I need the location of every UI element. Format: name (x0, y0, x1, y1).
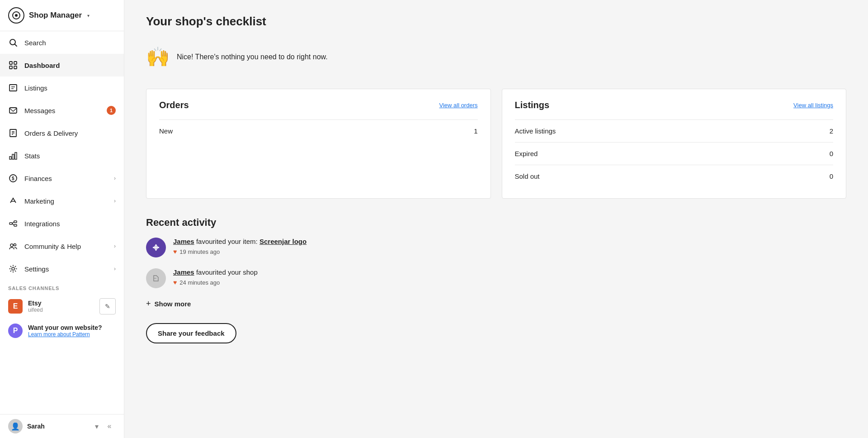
james-avatar-2 (146, 268, 166, 288)
checklist-empty-state: 🙌 Nice! There's nothing you need to do r… (146, 41, 846, 72)
stats-label: Stats (24, 152, 116, 160)
orders-card-title: Orders (159, 100, 189, 110)
svg-rect-7 (14, 66, 17, 69)
svg-point-29 (12, 267, 14, 270)
orders-icon (8, 128, 18, 138)
shop-manager-title: Shop Manager (29, 11, 82, 20)
settings-icon (8, 264, 18, 274)
show-more-label: Show more (155, 300, 191, 308)
header-chevron-icon: ▾ (87, 13, 90, 18)
etsy-channel-item[interactable]: E Etsy uifeed ✎ (0, 294, 124, 319)
show-more-button[interactable]: + Show more (146, 299, 846, 309)
listings-card-header: Listings View all listings (515, 100, 834, 110)
sidebar-item-integrations[interactable]: Integrations (0, 212, 124, 235)
shop-manager-icon (8, 7, 24, 24)
pattern-channel-item[interactable]: P Want your own website? Learn more abou… (0, 319, 124, 343)
user-footer[interactable]: 👤 Sarah ▾ « (0, 414, 124, 438)
activity-user-link-2[interactable]: James (173, 268, 194, 276)
sidebar-item-listings[interactable]: Listings (0, 76, 124, 99)
shop-manager-header[interactable]: Shop Manager ▾ (0, 0, 124, 31)
settings-chevron-icon: › (114, 266, 116, 272)
activity-text-1: James favourited your item: Screenjar lo… (173, 238, 846, 245)
activity-time-1: ♥ 19 minutes ago (173, 248, 846, 255)
expired-listings-row[interactable]: Expired 0 (515, 142, 834, 165)
sidebar-item-marketing[interactable]: Marketing › (0, 190, 124, 212)
orders-new-label: New (159, 127, 173, 135)
svg-rect-5 (14, 62, 17, 64)
view-all-listings-link[interactable]: View all listings (793, 102, 833, 109)
activity-content-2: James favourited your shop ♥ 24 minutes … (173, 268, 846, 286)
settings-label: Settings (24, 265, 108, 273)
user-name: Sarah (27, 423, 90, 430)
sales-channels-header: SALES CHANNELS (0, 280, 124, 294)
listings-card: Listings View all listings Active listin… (502, 89, 847, 199)
orders-new-value: 1 (474, 127, 477, 135)
svg-point-1 (15, 14, 18, 17)
sidebar-collapse-button[interactable]: « (103, 420, 116, 433)
sold-out-row[interactable]: Sold out 0 (515, 165, 834, 187)
svg-rect-24 (14, 224, 17, 226)
etsy-channel-icon: E (8, 299, 23, 314)
etsy-channel-sub: uifeed (28, 307, 94, 313)
james-avatar-1 (146, 238, 166, 257)
svg-line-26 (12, 224, 14, 225)
expired-listings-label: Expired (515, 150, 538, 157)
orders-label: Orders & Delivery (24, 129, 116, 137)
integrations-icon (8, 219, 18, 229)
dashboard-label: Dashboard (24, 62, 116, 69)
sidebar-item-dashboard[interactable]: Dashboard (0, 54, 124, 76)
svg-rect-4 (9, 62, 12, 64)
svg-line-3 (15, 44, 17, 47)
marketing-chevron-icon: › (114, 198, 116, 204)
share-feedback-button[interactable]: Share your feedback (146, 323, 236, 343)
activity-item-link-1[interactable]: Screenjar logo (259, 238, 307, 245)
cards-row: Orders View all orders New 1 Listings Vi… (146, 89, 846, 199)
sidebar-item-settings[interactable]: Settings › (0, 257, 124, 280)
finances-icon: $ (8, 173, 18, 183)
stats-icon (8, 151, 18, 161)
orders-new-row[interactable]: New 1 (159, 119, 478, 142)
view-all-orders-link[interactable]: View all orders (439, 102, 477, 109)
svg-rect-11 (9, 108, 17, 113)
pattern-channel-name: Want your own website? (28, 324, 116, 331)
svg-rect-17 (12, 154, 14, 159)
pattern-channel-icon: P (8, 324, 23, 338)
activity-time-2: ♥ 24 minutes ago (173, 279, 846, 286)
search-nav-item[interactable]: Search (0, 31, 124, 54)
svg-rect-23 (14, 221, 17, 223)
search-label: Search (24, 39, 116, 47)
listings-icon (8, 83, 18, 93)
activity-item-2: James favourited your shop ♥ 24 minutes … (146, 268, 846, 288)
expired-listings-value: 0 (830, 150, 833, 157)
messages-label: Messages (24, 107, 100, 114)
activity-content-1: James favourited your item: Screenjar lo… (173, 238, 846, 255)
user-avatar: 👤 (8, 419, 23, 433)
messages-badge: 1 (107, 106, 116, 115)
activity-user-link-1[interactable]: James (173, 238, 194, 245)
listings-card-title: Listings (515, 100, 550, 110)
heart-icon-2: ♥ (173, 279, 177, 286)
sidebar-item-finances[interactable]: $ Finances › (0, 167, 124, 190)
etsy-edit-button[interactable]: ✎ (99, 298, 116, 314)
activity-timestamp-2: 24 minutes ago (179, 279, 220, 286)
main-content: Your shop's checklist 🙌 Nice! There's no… (124, 0, 868, 438)
dashboard-icon (8, 60, 18, 70)
community-icon (8, 241, 18, 251)
messages-icon (8, 105, 18, 115)
sidebar-item-community[interactable]: Community & Help › (0, 235, 124, 257)
pattern-channel-sub[interactable]: Learn more about Pattern (28, 331, 116, 338)
active-listings-row[interactable]: Active listings 2 (515, 119, 834, 142)
user-menu-chevron-icon: ▾ (95, 422, 99, 431)
sidebar-item-messages[interactable]: Messages 1 (0, 99, 124, 122)
etsy-channel-info: Etsy uifeed (28, 300, 94, 313)
checklist-message: Nice! There's nothing you need to do rig… (177, 53, 328, 61)
show-more-plus-icon: + (146, 299, 151, 309)
sold-out-value: 0 (830, 172, 833, 180)
wave-emoji-icon: 🙌 (146, 46, 170, 68)
heart-icon-1: ♥ (173, 248, 177, 255)
svg-point-28 (14, 244, 16, 246)
sidebar-item-stats[interactable]: Stats (0, 144, 124, 167)
active-listings-value: 2 (830, 127, 833, 135)
svg-rect-22 (9, 223, 12, 224)
sidebar-item-orders[interactable]: Orders & Delivery (0, 122, 124, 144)
